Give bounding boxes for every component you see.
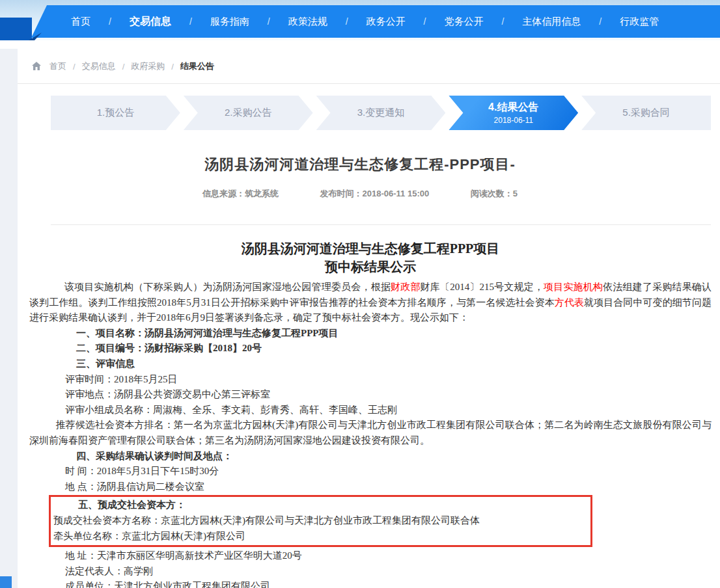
paragraph-intro: 该项目实施机构（下称采购人）为汤阴汤河国家湿地公园管理委员会，根据财政部财库〔2… (29, 280, 712, 326)
winning-party-name: 预成交社会资本方名称：京蓝北方园林(天津)有限公司与天津北方创业市政工程集团有限… (53, 513, 588, 529)
meta-publish-time: 发布时间：2018-06-11 15:00 (320, 189, 430, 198)
section-3-review-info: 三、评审信息 (76, 356, 712, 372)
nav-item-admin-supervision[interactable]: 行政监管 (611, 16, 668, 28)
section-4-negotiation-time-place: 四、采购结果确认谈判时间及地点： (76, 449, 712, 464)
nav-separator: / (337, 16, 357, 27)
nav-separator: / (180, 16, 201, 27)
article-heading-line2: 预中标结果公示 (29, 258, 712, 276)
nav-item-policy[interactable]: 政策法规 (279, 16, 337, 28)
review-time: 评审时间：2018年5月25日 (65, 372, 712, 388)
nav-item-credit-info[interactable]: 主体信用信息 (513, 16, 590, 28)
member-unit: 成员单位：天津北方创业市政工程集团有限公司 (65, 579, 712, 588)
nav-item-gov-open[interactable]: 政务公开 (357, 16, 415, 28)
nav-separator: / (415, 16, 436, 27)
crumb-result-notice: 结果公告 (180, 60, 214, 72)
crumb-gov-procurement[interactable]: 政府采购 (131, 60, 165, 72)
meta-view-count: 阅读次数：5 (471, 189, 518, 198)
intro-text: 该项目实施机构（下称采购人）为汤阴汤河国家湿地公园管理委员会，根据 (64, 282, 391, 292)
negotiation-place: 地 点：汤阴县信访局二楼会议室 (65, 479, 712, 495)
nav-item-home[interactable]: 首页 (62, 16, 100, 28)
process-steps: 1.预公告 2.采购公告 3.变更通知 4.结果公告 2018-06-11 5.… (51, 96, 711, 130)
nav-item-party-open[interactable]: 党务公开 (435, 16, 492, 28)
review-members: 评审小组成员名称：周淑梅、全乐、李文莉、彭青秀、高轩、李国峰、王志刚 (65, 403, 712, 418)
article-heading-line1: 汤阴县汤河河道治理与生态修复工程PPP项目 (29, 239, 712, 258)
intro-red-text: 项目实施机构 (544, 282, 603, 292)
step-date: 2018-06-11 (494, 116, 534, 125)
lead-unit-name: 牵头单位名称：京蓝北方园林(天津)有限公司 (53, 529, 588, 544)
legal-representative: 法定代表人：高学刚 (65, 564, 712, 580)
meta-source: 信息来源：筑龙系统 (202, 189, 279, 198)
crumb-separator: / (73, 62, 76, 72)
crumb-separator: / (171, 62, 174, 72)
doc-meta: 信息来源：筑龙系统 发布时间：2018-06-11 15:00 阅读次数：5 (0, 188, 720, 200)
home-icon[interactable] (31, 61, 42, 72)
step-change-notice[interactable]: 3.变更通知 (316, 96, 446, 130)
review-place: 评审地点：汤阴县公共资源交易中心第三评标室 (65, 387, 712, 403)
section-2-project-number: 二、项目编号：汤财招标采购【2018】20号 (76, 341, 712, 356)
intro-text: 财库〔2014〕215号文规定， (421, 282, 544, 292)
page: 首页 / 交易信息 / 服务指南 / 政策法规 / 政务公开 / 党务公开 / … (0, 0, 720, 588)
breadcrumb: 首页 / 交易信息 / 政府采购 / 结果公告 (0, 49, 720, 84)
article-body: 汤阴县汤河河道治理与生态修复工程PPP项目 预中标结果公示 该项目实施机构（下称… (29, 239, 712, 588)
section-1-project-name: 一、项目名称：汤阴县汤河河道治理与生态修复工程PPP项目 (76, 326, 712, 341)
crumb-separator: / (122, 62, 125, 72)
top-banner: 首页 / 交易信息 / 服务指南 / 政策法规 / 政务公开 / 党务公开 / … (0, 0, 720, 40)
nav-separator: / (100, 16, 120, 27)
negotiation-time: 时 间：2018年5月31日下午15时30分 (65, 464, 712, 479)
step-pre-announcement[interactable]: 1.预公告 (51, 96, 180, 130)
crumb-trade-info[interactable]: 交易信息 (82, 60, 116, 72)
step-procurement-announcement[interactable]: 2.采购公告 (184, 96, 313, 130)
nav-left-block (0, 18, 32, 40)
step-label: 3.变更通知 (357, 107, 405, 119)
section-5-winning-party: 五、预成交社会资本方： (78, 498, 588, 513)
nav-separator: / (492, 16, 513, 27)
crumb-home[interactable]: 首页 (49, 60, 66, 72)
intro-red-text: 方代表 (555, 297, 584, 308)
nav-item-trade-info[interactable]: 交易信息 (120, 15, 180, 29)
floating-sidebar-widget[interactable] (0, 576, 12, 588)
lead-unit-address: 地 址：天津市东丽区华明高新技术产业区华明大道20号 (65, 548, 712, 564)
main-nav: 首页 / 交易信息 / 服务指南 / 政策法规 / 政务公开 / 党务公开 / … (0, 5, 720, 38)
step-label: 2.采购公告 (225, 107, 272, 119)
left-margin-strip (0, 49, 18, 588)
step-label: 4.结果公告 (488, 101, 538, 114)
step-procurement-contract[interactable]: 5.采购合同 (581, 96, 711, 130)
intro-red-text: 财政部 (391, 282, 421, 292)
paragraph-ranking: 推荐候选社会资本方排名：第一名为京蓝北方园林(天津)有限公司与天津北方创业市政工… (29, 418, 712, 448)
nav-separator: / (258, 16, 279, 27)
highlight-box: 五、预成交社会资本方： 预成交社会资本方名称：京蓝北方园林(天津)有限公司与天津… (49, 495, 592, 547)
step-label: 5.采购合同 (622, 107, 670, 119)
divider (51, 224, 711, 225)
nav-list: 首页 / 交易信息 / 服务指南 / 政策法规 / 政务公开 / 党务公开 / … (62, 5, 720, 38)
page-title: 汤阴县汤河河道治理与生态修复工程-PPP项目- (0, 155, 720, 174)
nav-separator: / (590, 16, 611, 27)
nav-item-service-guide[interactable]: 服务指南 (201, 16, 258, 28)
step-result-announcement[interactable]: 4.结果公告 2018-06-11 (449, 96, 578, 130)
step-label: 1.预公告 (97, 107, 135, 119)
